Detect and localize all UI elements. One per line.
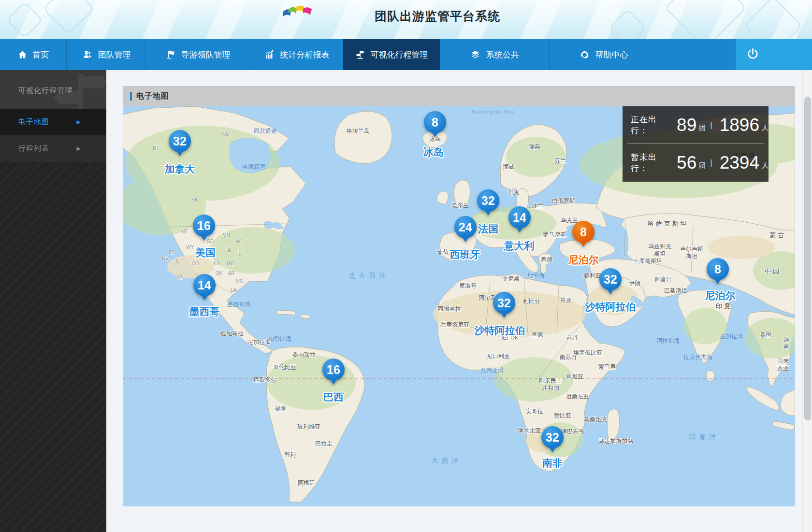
sidebar-itinerary-list[interactable]: 行程列表▶: [0, 135, 106, 162]
sidebar-itinerary-list-label: 行程列表: [18, 144, 49, 153]
app-title: 团队出游监管平台系统: [375, 8, 500, 24]
power-icon: [746, 47, 759, 62]
map-marker-nepal-west-orange[interactable]: 8: [572, 221, 594, 243]
nav-help-center[interactable]: 帮助中心: [550, 39, 657, 70]
stats-row-not-traveling: 暂未出行： 56 团 | 2394 人: [623, 144, 768, 181]
layers-icon: [470, 50, 481, 60]
nav-team-management[interactable]: 团队管理: [67, 39, 146, 70]
sidebar-background: [0, 162, 106, 532]
nav-team-management-label: 团队管理: [98, 49, 131, 60]
banner-decoration: [6, 1, 43, 38]
stats-label: 暂未出行：: [631, 152, 674, 174]
banner-decoration: [43, 0, 94, 35]
map-marker-label-italy: 意大利: [504, 239, 535, 253]
map-marker-label-nepal-east: 尼泊尔: [705, 289, 736, 302]
chart-icon: [264, 50, 275, 60]
stats-separator: |: [710, 158, 712, 168]
panel-header: 电子地图: [123, 86, 795, 106]
stats-groups-unit: 团: [699, 124, 706, 132]
sidebar-section-header: 可视化行程管理: [0, 70, 106, 109]
nav-home[interactable]: 首页: [0, 39, 67, 70]
map-marker-nepal-east[interactable]: 8: [707, 258, 729, 280]
stats-label: 正在出行：: [631, 114, 674, 136]
map-marker-italy[interactable]: 14: [508, 206, 531, 229]
nav-statistics-reports-label: 统计分析报表: [280, 49, 330, 60]
banner-decoration: [743, 0, 802, 39]
nav-help-center-label: 帮助中心: [595, 49, 628, 60]
nav-spacer: [657, 39, 735, 70]
nav-visual-itinerary-management[interactable]: 可视化行程管理: [343, 39, 440, 70]
map-marker-usa[interactable]: 16: [193, 215, 215, 237]
map-marker-mexico[interactable]: 14: [193, 274, 216, 296]
banner-decoration: [608, 9, 646, 39]
map-marker-brazil[interactable]: 16: [322, 359, 345, 381]
nav-statistics-reports[interactable]: 统计分析报表: [250, 39, 343, 70]
stats-groups-count: 56: [677, 153, 696, 173]
world-map[interactable]: Norwegian Sea格陵兰岛西北通道哈德森湾NUNTSKMTIDWYNVU…: [123, 106, 795, 506]
nav-guide-leader-management[interactable]: 导游领队管理: [146, 39, 250, 70]
team-icon: [82, 50, 93, 60]
map-marker-label-mexico: 墨西哥: [189, 305, 220, 318]
map-marker-south-africa[interactable]: 32: [541, 426, 564, 448]
map-marker-label-spain: 西班牙: [450, 248, 480, 261]
map-marker-saudi-arabia-west[interactable]: 32: [493, 292, 515, 314]
map-marker-canada[interactable]: 32: [169, 130, 191, 152]
map-marker-label-usa: 美国: [195, 246, 216, 259]
flag-icon: [166, 49, 176, 60]
sidebar: 可视化行程管理 电子地图▶行程列表▶: [0, 70, 106, 532]
map-marker-spain[interactable]: 24: [454, 216, 477, 238]
stats-groups-unit: 团: [699, 161, 706, 170]
top-banner: 团队出游监管平台系统: [0, 0, 812, 39]
nav-system-public-label: 系统公共: [486, 49, 519, 60]
map-marker-label-canada: 加拿大: [165, 162, 195, 176]
map-marker-label-brazil: 巴西: [323, 390, 344, 404]
map-marker-label-south-africa: 南非: [542, 456, 563, 470]
map-marker-label-france: 法国: [478, 222, 498, 236]
chevron-right-icon: ▶: [77, 119, 81, 125]
sidebar-electronic-map-label: 电子地图: [18, 117, 49, 127]
content-scrollbar[interactable]: [802, 70, 812, 532]
stats-people-unit: 人: [762, 124, 768, 132]
app-logo: [282, 4, 315, 21]
map-marker-label-nepal-west-orange: 尼泊尔: [568, 253, 599, 267]
panel-title: 电子地图: [136, 91, 169, 101]
nav-guide-leader-management-label: 导游领队管理: [181, 49, 231, 60]
main-nav: 首页团队管理导游领队管理统计分析报表可视化行程管理系统公共帮助中心: [0, 39, 812, 70]
stats-groups-count: 89: [677, 115, 696, 135]
map-marker-iceland[interactable]: 8: [424, 111, 446, 133]
map-marker-saudi-arabia-east[interactable]: 32: [599, 268, 622, 290]
map-panel: 电子地图: [123, 86, 795, 506]
signpost-icon: [355, 49, 365, 60]
map-marker-label-iceland: 冰岛: [423, 145, 444, 159]
chevron-right-icon: ▶: [77, 145, 81, 152]
power-icon: [746, 47, 759, 60]
map-marker-france[interactable]: 32: [477, 189, 499, 212]
stats-separator: |: [710, 120, 712, 130]
scrollbar-thumb[interactable]: [804, 97, 811, 420]
logout-button[interactable]: [735, 39, 812, 70]
home-icon: [17, 50, 28, 60]
stats-people-count: 2394: [720, 153, 759, 173]
banner-decoration: [665, 0, 747, 39]
map-marker-label-saudi-arabia-west: 沙特阿拉伯: [475, 324, 525, 337]
nav-home-label: 首页: [33, 49, 49, 60]
trip-stats-overlay: 正在出行： 89 团 | 1896 人 暂未出行： 56 团 | 2394 人: [623, 106, 768, 182]
sidebar-electronic-map[interactable]: 电子地图▶: [0, 109, 106, 135]
headset-icon: [579, 49, 590, 60]
sidebar-section-title: 可视化行程管理: [18, 86, 72, 95]
map-marker-label-saudi-arabia-east: 沙特阿拉伯: [585, 300, 636, 314]
panel-accent-bar: [130, 92, 132, 101]
nav-system-public[interactable]: 系统公共: [440, 39, 550, 70]
stats-row-traveling: 正在出行： 89 团 | 1896 人: [623, 106, 768, 144]
stats-people-unit: 人: [762, 161, 768, 170]
nav-visual-itinerary-management-label: 可视化行程管理: [371, 49, 428, 60]
stats-people-count: 1896: [720, 115, 759, 135]
